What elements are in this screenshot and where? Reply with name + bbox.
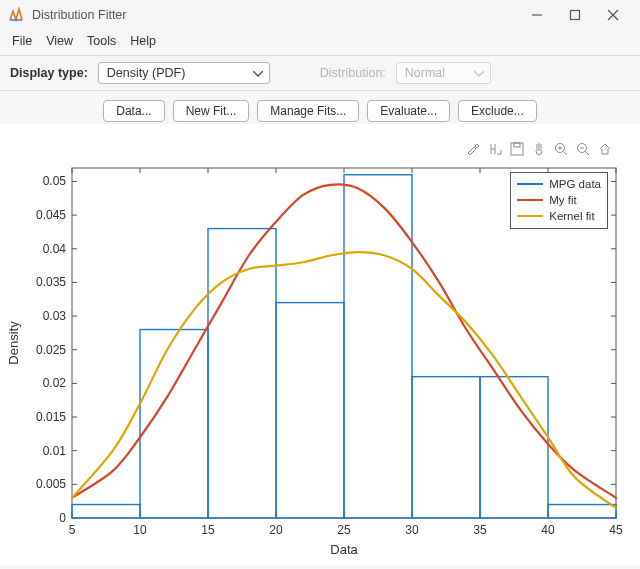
options-bar: Display type: Density (PDF) Distribution…: [0, 59, 640, 87]
legend-label: My fit: [549, 194, 576, 206]
link-icon[interactable]: [486, 140, 504, 158]
legend-item: MPG data: [517, 176, 601, 192]
svg-line-3: [608, 10, 618, 20]
minimize-icon: [531, 9, 543, 21]
menu-tools[interactable]: Tools: [81, 32, 122, 50]
svg-text:20: 20: [269, 523, 283, 537]
legend[interactable]: MPG data My fit Kernel fit: [510, 172, 608, 229]
evaluate-button[interactable]: Evaluate...: [367, 100, 450, 122]
pan-icon[interactable]: [530, 140, 548, 158]
distribution-label: Distribution:: [320, 66, 386, 80]
distribution-select: Normal: [396, 62, 491, 84]
data-button[interactable]: Data...: [103, 100, 164, 122]
window-title: Distribution Fitter: [32, 8, 518, 22]
svg-rect-76: [511, 143, 523, 155]
distribution-value: Normal: [405, 66, 466, 80]
save-icon[interactable]: [508, 140, 526, 158]
legend-label: Kernel fit: [549, 210, 594, 222]
divider: [0, 90, 640, 91]
chevron-down-icon: [253, 66, 263, 80]
menu-help[interactable]: Help: [124, 32, 162, 50]
svg-text:0.02: 0.02: [43, 376, 67, 390]
chevron-down-icon: [474, 66, 484, 80]
svg-text:0.015: 0.015: [36, 410, 66, 424]
svg-text:0.05: 0.05: [43, 174, 67, 188]
svg-text:0.04: 0.04: [43, 242, 67, 256]
home-icon[interactable]: [596, 140, 614, 158]
manage-fits-button[interactable]: Manage Fits...: [257, 100, 359, 122]
svg-text:45: 45: [609, 523, 623, 537]
brush-icon[interactable]: [464, 140, 482, 158]
svg-text:0.025: 0.025: [36, 343, 66, 357]
svg-text:0.035: 0.035: [36, 275, 66, 289]
svg-text:10: 10: [133, 523, 147, 537]
app-logo-icon: [8, 7, 24, 23]
svg-text:0.005: 0.005: [36, 477, 66, 491]
exclude-button[interactable]: Exclude...: [458, 100, 537, 122]
legend-swatch: [517, 199, 543, 201]
axes-toolbar: [464, 140, 614, 158]
svg-line-83: [586, 152, 590, 156]
svg-line-4: [608, 10, 618, 20]
svg-rect-77: [514, 143, 520, 147]
svg-text:35: 35: [473, 523, 487, 537]
svg-text:0.045: 0.045: [36, 208, 66, 222]
action-toolbar: Data... New Fit... Manage Fits... Evalua…: [0, 94, 640, 128]
svg-line-79: [564, 152, 568, 156]
close-icon: [607, 9, 619, 21]
svg-text:Density: Density: [6, 321, 21, 365]
divider: [0, 55, 640, 56]
new-fit-button[interactable]: New Fit...: [173, 100, 250, 122]
menu-view[interactable]: View: [40, 32, 79, 50]
svg-text:0.01: 0.01: [43, 444, 67, 458]
menubar: File View Tools Help: [0, 30, 640, 52]
window-maximize-button[interactable]: [556, 0, 594, 30]
maximize-icon: [569, 9, 581, 21]
svg-rect-2: [571, 11, 580, 20]
display-type-value: Density (PDF): [107, 66, 245, 80]
legend-swatch: [517, 215, 543, 217]
zoom-out-icon[interactable]: [574, 140, 592, 158]
display-type-select[interactable]: Density (PDF): [98, 62, 270, 84]
svg-text:Data: Data: [330, 542, 358, 557]
legend-item: My fit: [517, 192, 601, 208]
window-close-button[interactable]: [594, 0, 632, 30]
svg-text:5: 5: [69, 523, 76, 537]
display-type-label: Display type:: [10, 66, 88, 80]
window-minimize-button[interactable]: [518, 0, 556, 30]
svg-text:0.03: 0.03: [43, 309, 67, 323]
legend-swatch: [517, 183, 543, 185]
svg-text:15: 15: [201, 523, 215, 537]
legend-item: Kernel fit: [517, 208, 601, 224]
zoom-in-icon[interactable]: [552, 140, 570, 158]
svg-text:40: 40: [541, 523, 555, 537]
svg-text:0: 0: [59, 511, 66, 525]
svg-text:25: 25: [337, 523, 351, 537]
titlebar: Distribution Fitter: [0, 0, 640, 30]
menu-file[interactable]: File: [6, 32, 38, 50]
legend-label: MPG data: [549, 178, 601, 190]
svg-text:30: 30: [405, 523, 419, 537]
